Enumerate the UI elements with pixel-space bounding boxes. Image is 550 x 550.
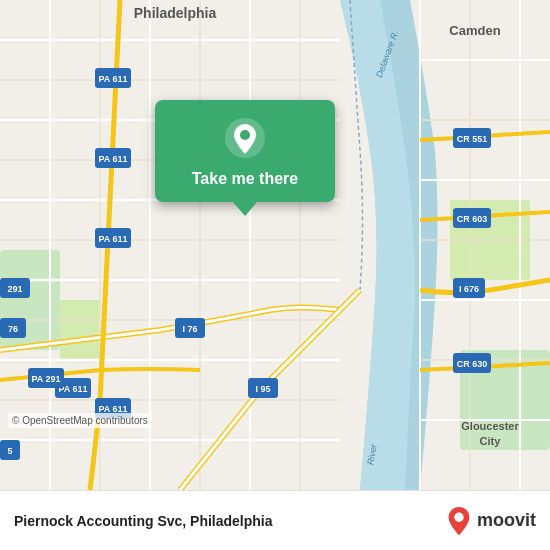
svg-point-70 — [454, 512, 463, 521]
moovit-logo: moovit — [445, 505, 536, 537]
svg-text:I 76: I 76 — [182, 324, 197, 334]
svg-text:CR 630: CR 630 — [457, 359, 488, 369]
svg-text:291: 291 — [7, 284, 22, 294]
svg-rect-2 — [60, 300, 100, 360]
location-pin-icon — [223, 116, 267, 160]
svg-text:City: City — [480, 435, 502, 447]
svg-text:Philadelphia: Philadelphia — [134, 5, 217, 21]
svg-text:76: 76 — [8, 324, 18, 334]
svg-text:PA 611: PA 611 — [98, 154, 127, 164]
svg-text:CR 603: CR 603 — [457, 214, 488, 224]
svg-text:I 95: I 95 — [255, 384, 270, 394]
take-me-there-popup[interactable]: Take me there — [155, 100, 335, 202]
svg-text:I 676: I 676 — [459, 284, 479, 294]
svg-text:PA 291: PA 291 — [31, 374, 60, 384]
svg-text:PA 611: PA 611 — [98, 74, 127, 84]
svg-text:Camden: Camden — [449, 23, 500, 38]
bottom-bar: Piernock Accounting Svc, Philadelphia mo… — [0, 490, 550, 550]
map-attribution: © OpenStreetMap contributors — [8, 413, 152, 428]
moovit-pin-icon — [445, 505, 473, 537]
take-me-there-label: Take me there — [192, 170, 298, 188]
svg-text:5: 5 — [7, 446, 12, 456]
svg-text:CR 551: CR 551 — [457, 134, 488, 144]
moovit-text: moovit — [477, 510, 536, 531]
location-info: Piernock Accounting Svc, Philadelphia — [14, 513, 273, 529]
svg-point-69 — [240, 130, 250, 140]
svg-text:PA 611: PA 611 — [98, 234, 127, 244]
svg-text:Gloucester: Gloucester — [461, 420, 519, 432]
map-container: PA 611 PA 611 PA 611 PA 611 PA 611 I 76 … — [0, 0, 550, 490]
location-name: Piernock Accounting Svc, Philadelphia — [14, 513, 273, 529]
